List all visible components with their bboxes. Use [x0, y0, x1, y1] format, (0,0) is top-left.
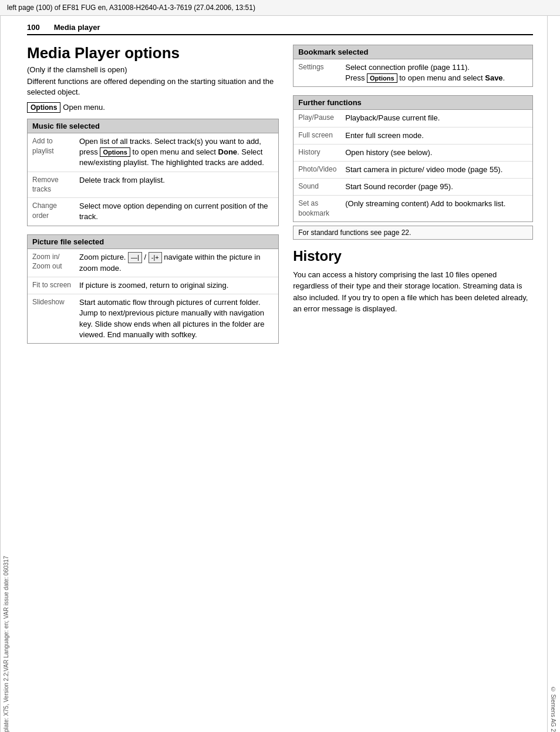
table-row: Sound Start Sound recorder (page 95).: [294, 179, 532, 196]
bookmark-table: Bookmark selected Settings Select connec…: [293, 45, 533, 87]
top-bar: left page (100) of EF81 FUG en, A31008-H…: [0, 0, 560, 16]
further-functions-header: Further functions: [293, 95, 533, 110]
table-row: Changeorder Select move option depending…: [28, 198, 278, 225]
full-screen-key: Full screen: [298, 130, 340, 141]
table-row: Add toplaylist Open list of all tracks. …: [28, 133, 278, 172]
music-file-table: Music file selected Add toplaylist Open …: [27, 119, 279, 226]
play-pause-key: Play/Pause: [298, 113, 340, 123]
table-row: Settings Select connection profile (page…: [294, 59, 532, 86]
options-inline-settings: Options: [367, 73, 397, 83]
picture-file-table: Picture file selected Zoom in/Zoom out Z…: [27, 234, 279, 344]
picture-table-header: Picture file selected: [28, 235, 278, 249]
settings-key: Settings: [298, 62, 340, 83]
zoom-desc: Zoom picture. —| / -|+ navigate within t…: [79, 252, 274, 274]
standard-functions-line: For standard functions see page 22.: [293, 226, 533, 240]
table-row: History Open history (see below).: [294, 145, 532, 162]
remove-tracks-desc: Delete track from playlist.: [79, 175, 274, 195]
history-title: History: [293, 248, 533, 264]
slideshow-desc: Start automatic flow through pictures of…: [79, 297, 274, 340]
page-header: 100 Media player: [27, 23, 533, 35]
table-row: Removetracks Delete track from playlist.: [28, 172, 278, 199]
sound-desc: Start Sound recorder (page 95).: [345, 182, 528, 192]
remove-tracks-key: Removetracks: [32, 175, 75, 195]
media-player-options-title: Media Player options: [27, 45, 279, 62]
page-number: 100: [27, 23, 40, 32]
top-bar-text: left page (100) of EF81 FUG en, A31008-H…: [7, 4, 255, 12]
table-row: Slideshow Start automatic flow through p…: [28, 294, 278, 343]
options-action-text: Open menu.: [63, 103, 105, 112]
table-row: Fit to screen If picture is zoomed, retu…: [28, 277, 278, 294]
photo-video-desc: Start camera in picture/ video mode (pag…: [345, 164, 528, 175]
side-label-right: © Siemens AG 2003,: [547, 16, 560, 732]
change-order-desc: Select move option depending on current …: [79, 201, 274, 222]
change-order-key: Changeorder: [32, 201, 75, 222]
zoom-key: Zoom in/Zoom out: [32, 252, 75, 274]
table-row: Photo/Video Start camera in picture/ vid…: [294, 162, 532, 179]
table-row: Set asbookmark (Only streaming content) …: [294, 196, 532, 221]
zoom-icon-minus: —|: [128, 252, 142, 263]
clamshell-subtitle: (Only if the clamshell is open): [27, 65, 279, 74]
settings-desc: Select connection profile (page 111).Pre…: [345, 62, 528, 83]
options-button-label: Options: [27, 102, 60, 113]
options-line: Options Open menu.: [27, 102, 279, 113]
full-screen-desc: Enter full screen mode.: [345, 130, 528, 141]
further-functions-table: Play/Pause Playback/Pause current file. …: [293, 110, 533, 222]
music-table-header: Music file selected: [28, 119, 278, 133]
right-column: Bookmark selected Settings Select connec…: [293, 45, 533, 315]
table-row: Full screen Enter full screen mode.: [294, 127, 532, 145]
slideshow-key: Slideshow: [32, 297, 75, 340]
table-row: Zoom in/Zoom out Zoom picture. —| / -|+ …: [28, 249, 278, 278]
fit-to-screen-desc: If picture is zoomed, return to original…: [79, 280, 274, 291]
options-inline-btn: Options: [100, 147, 130, 157]
history-key: History: [298, 147, 340, 158]
history-desc: Open history (see below).: [345, 147, 528, 158]
history-text: You can access a history comprising the …: [293, 269, 533, 315]
zoom-icon-plus: -|+: [149, 252, 162, 263]
side-label-left: Template: X75, Version 2.2;VAR Language:…: [0, 16, 13, 732]
set-as-bookmark-desc: (Only streaming content) Add to bookmark…: [345, 199, 528, 219]
play-pause-desc: Playback/Pause current file.: [345, 113, 528, 123]
left-column: Media Player options (Only if the clamsh…: [27, 45, 279, 352]
intro-text: Different functions are offered dependin…: [27, 76, 279, 98]
table-row: Play/Pause Playback/Pause current file.: [294, 110, 532, 127]
set-as-bookmark-key: Set asbookmark: [298, 199, 340, 219]
add-to-playlist-key: Add toplaylist: [32, 136, 75, 169]
sound-key: Sound: [298, 182, 340, 192]
page-title: Media player: [54, 23, 100, 32]
photo-video-key: Photo/Video: [298, 164, 340, 175]
main-content: 100 Media player Media Player options (O…: [13, 16, 547, 732]
fit-to-screen-key: Fit to screen: [32, 280, 75, 291]
bookmark-table-header: Bookmark selected: [294, 45, 532, 59]
add-to-playlist-desc: Open list of all tracks. Select track(s)…: [79, 136, 274, 169]
